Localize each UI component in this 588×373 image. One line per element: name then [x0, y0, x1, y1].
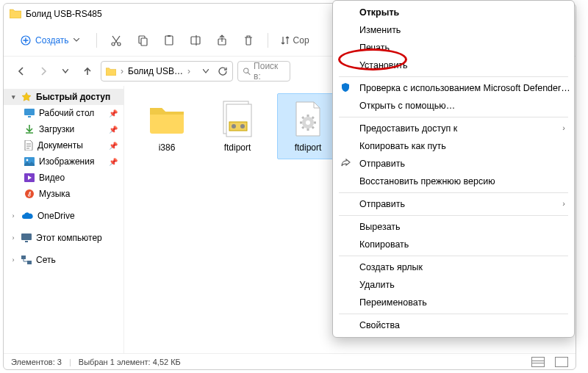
ctx-copypath[interactable]: Копировать как путь: [333, 137, 574, 155]
chevron-right-icon: ›: [10, 256, 17, 264]
share-icon: [216, 35, 228, 46]
ctx-open[interactable]: Открыть: [333, 4, 574, 21]
svg-rect-7: [191, 37, 200, 44]
share-button[interactable]: [212, 30, 232, 51]
ctx-edit[interactable]: Изменить: [333, 21, 574, 39]
desktop-icon: [24, 109, 35, 117]
ctx-shortcut[interactable]: Создать ярлык: [333, 258, 574, 276]
file-label: ftdiport: [210, 142, 265, 153]
separator: [339, 314, 568, 314]
sidebar-item-documents[interactable]: Документы 📌: [18, 137, 123, 153]
sidebar-item-label: Музыка: [39, 189, 70, 199]
ctx-grantaccess[interactable]: Предоставить доступ к›: [333, 120, 574, 137]
file-item-folder[interactable]: i386: [136, 93, 198, 159]
folder-icon: [106, 67, 116, 76]
addr-chevron: ›: [187, 66, 190, 76]
music-icon: [24, 189, 35, 199]
sidebar-item-label: Документы: [37, 140, 83, 151]
chevron-down-icon: ▾: [10, 93, 17, 101]
svg-rect-10: [24, 109, 35, 115]
view-details-button[interactable]: [531, 357, 545, 367]
plus-circle-icon: [21, 35, 31, 46]
ctx-rename[interactable]: Переименовать: [333, 294, 574, 311]
file-item-inf-cat[interactable]: ftdiport: [207, 93, 268, 159]
window-title: Болид USB-RS485: [26, 9, 102, 19]
sidebar-item-network[interactable]: › Сеть: [4, 252, 123, 268]
ctx-openwith[interactable]: Открыть с помощью…: [333, 97, 574, 115]
forward-button[interactable]: [35, 62, 52, 80]
video-icon: [24, 173, 35, 182]
rename-icon: [190, 35, 201, 46]
copy-button[interactable]: [132, 30, 153, 51]
sort-label: Сор: [293, 35, 309, 46]
rename-button[interactable]: [185, 30, 206, 51]
sidebar-item-music[interactable]: Музыка: [18, 186, 123, 202]
inf-gear-icon: [287, 98, 329, 140]
pin-icon: 📌: [109, 109, 118, 117]
sidebar-item-label: Рабочий стол: [39, 108, 94, 118]
svg-rect-5: [165, 36, 173, 45]
delete-button[interactable]: [238, 30, 259, 51]
ctx-delete[interactable]: Удалить: [333, 276, 574, 294]
sidebar-item-thispc[interactable]: › Этот компьютер: [4, 230, 123, 246]
sidebar-item-label: Сеть: [36, 255, 56, 265]
sidebar-item-videos[interactable]: Видео: [18, 170, 123, 186]
svg-point-24: [240, 124, 245, 128]
svg-rect-17: [25, 241, 28, 242]
shield-icon: [340, 82, 352, 94]
svg-point-9: [244, 68, 248, 73]
copy-icon: [137, 35, 148, 46]
address-bar[interactable]: › Болид USB… ›: [101, 61, 233, 82]
ctx-properties[interactable]: Свойства: [333, 316, 574, 334]
search-box[interactable]: Поиск в:: [237, 61, 290, 82]
ctx-print[interactable]: Печать: [333, 39, 574, 57]
sidebar-item-label: Изображения: [39, 156, 94, 167]
svg-point-13: [26, 159, 29, 162]
sort-icon: [280, 35, 290, 46]
ctx-defender[interactable]: Проверка с использованием Microsoft Defe…: [333, 79, 574, 97]
ctx-sendto[interactable]: Отправить›: [333, 195, 574, 213]
separator: [268, 33, 268, 48]
folder-icon: [146, 98, 187, 140]
svg-point-23: [232, 124, 236, 128]
ctx-install[interactable]: Установить: [333, 57, 574, 74]
paste-button[interactable]: [159, 30, 179, 51]
sort-button[interactable]: Сор: [277, 30, 312, 51]
status-selected: Выбран 1 элемент: 4,52 КБ: [79, 358, 181, 366]
sidebar-item-pictures[interactable]: Изображения 📌: [18, 153, 123, 170]
ctx-share[interactable]: Отправить: [333, 155, 574, 173]
separator: [339, 117, 568, 117]
separator: [96, 33, 97, 48]
sidebar-item-desktop[interactable]: Рабочий стол 📌: [18, 105, 123, 121]
create-button[interactable]: Создать: [12, 32, 87, 49]
sidebar-quick-access[interactable]: ▾ Быстрый доступ: [4, 89, 123, 105]
svg-point-2: [118, 43, 121, 46]
pictures-icon: [24, 157, 35, 166]
sidebar-item-onedrive[interactable]: › OneDrive: [4, 208, 123, 224]
share-icon: [340, 158, 352, 170]
back-button[interactable]: [12, 62, 30, 80]
refresh-button[interactable]: [218, 66, 228, 76]
svg-rect-18: [21, 256, 26, 259]
svg-rect-4: [141, 38, 147, 46]
sidebar: ▾ Быстрый доступ Рабочий стол 📌 Загрузки…: [4, 86, 124, 353]
cut-button[interactable]: [106, 30, 126, 51]
pc-icon: [21, 233, 32, 242]
chevron-right-icon: ›: [562, 199, 565, 208]
ctx-cut[interactable]: Вырезать: [333, 218, 574, 236]
trash-icon: [243, 35, 254, 46]
context-menu: Открыть Изменить Печать Установить Прове…: [332, 0, 575, 338]
network-icon: [21, 256, 32, 264]
separator: [339, 192, 568, 193]
up-button[interactable]: [79, 62, 96, 80]
ctx-restore-version[interactable]: Восстановить прежнюю версию: [333, 173, 574, 190]
separator: [339, 76, 568, 77]
ctx-copy[interactable]: Копировать: [333, 236, 574, 253]
svg-rect-6: [168, 35, 171, 37]
recent-button[interactable]: [57, 62, 74, 80]
sidebar-item-label: Быстрый доступ: [36, 92, 110, 102]
file-item-inf-selected[interactable]: ftdiport: [277, 93, 339, 159]
view-large-button[interactable]: [555, 357, 568, 367]
chevron-down-icon[interactable]: [203, 69, 209, 73]
sidebar-item-downloads[interactable]: Загрузки 📌: [18, 121, 123, 137]
